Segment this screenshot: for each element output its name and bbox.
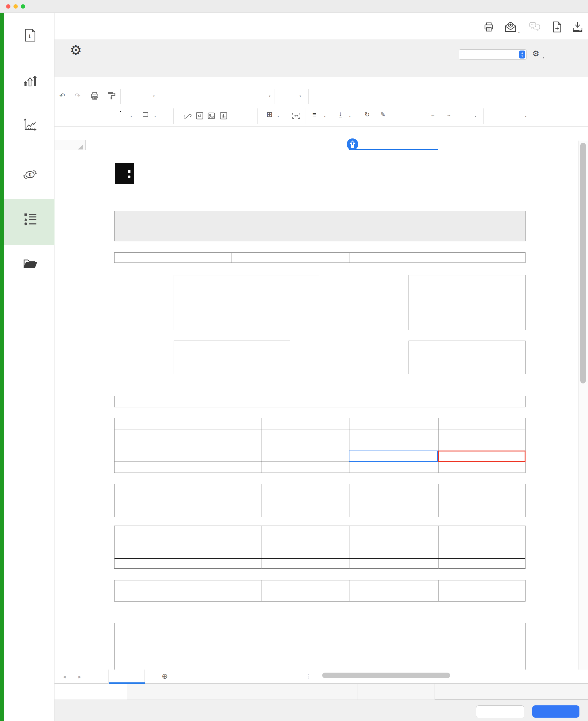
font-family-caret-icon[interactable]: ▾	[269, 94, 270, 98]
print-icon[interactable]	[90, 91, 99, 101]
add-sheet-icon[interactable]: ⊕	[162, 672, 168, 681]
font-size-caret-icon[interactable]: ▾	[299, 94, 301, 98]
increase-decimals-button[interactable]: →	[446, 112, 451, 117]
prev-sheet-icon[interactable]: ◂	[63, 674, 66, 680]
tab-piece[interactable]	[55, 684, 127, 700]
paste-options-icon[interactable]	[347, 139, 358, 150]
redo-icon[interactable]: ↷	[75, 92, 80, 100]
send-mail-caret-icon[interactable]: ▾	[518, 30, 520, 34]
printer-icon[interactable]	[483, 21, 494, 33]
folder-icon	[22, 255, 38, 271]
lot-box[interactable]	[174, 275, 319, 330]
sheet-tab-feuille-1[interactable]	[108, 670, 145, 684]
progress-table[interactable]	[114, 418, 526, 473]
comments-icon[interactable]	[529, 21, 541, 33]
horizontal-scrollbar-thumb[interactable]	[322, 673, 450, 678]
bottom-tab-bar	[55, 684, 588, 700]
borders-button[interactable]: ⊞	[267, 110, 273, 119]
progress-arrows-icon	[22, 73, 38, 89]
sidebar-green-strip	[0, 13, 4, 721]
merge-cells-button[interactable]	[292, 113, 300, 119]
text-color-button[interactable]	[120, 111, 121, 112]
svg-text:i: i	[29, 33, 30, 39]
horizontal-align-button[interactable]: ≡	[312, 111, 316, 119]
owner-box[interactable]	[408, 275, 526, 330]
line-chart-icon	[22, 117, 38, 133]
formula-input[interactable]	[58, 129, 519, 135]
fill-color-button[interactable]	[143, 112, 148, 117]
list-icon	[22, 211, 38, 227]
info-document-icon: i	[22, 27, 38, 43]
tab-primes[interactable]	[357, 684, 435, 700]
payment-header-box[interactable]	[114, 211, 526, 241]
menu-bar	[55, 77, 588, 87]
select-all-triangle-icon	[78, 145, 83, 149]
horizontal-align-caret-icon[interactable]: ▾	[324, 114, 326, 118]
vertical-scrollbar-thumb[interactable]	[580, 143, 586, 383]
insert-image-icon[interactable]	[207, 111, 216, 120]
save-button[interactable]	[532, 705, 580, 718]
euro-cycle-icon: €	[22, 167, 38, 182]
invoice-row[interactable]	[114, 252, 526, 263]
window-titlebar	[0, 0, 588, 13]
tab-scroll-grip-icon[interactable]: ⋮	[306, 673, 311, 679]
certification-block	[114, 623, 526, 670]
a-payer-table[interactable]	[114, 526, 526, 569]
decrease-decimals-button[interactable]: ←	[430, 112, 435, 117]
toolbar-row-1: ↶ ↷ ▾ ▾ ▾	[55, 87, 588, 106]
cancel-button[interactable]	[476, 705, 524, 718]
minimize-window-button[interactable]	[14, 4, 18, 8]
selected-cell-blue[interactable]	[349, 450, 438, 462]
insert-note-icon[interactable]	[195, 111, 204, 120]
text-color-caret-icon[interactable]: ▾	[130, 114, 132, 118]
insert-chart-icon[interactable]	[219, 111, 228, 120]
document-header: ▾	[55, 13, 588, 40]
template-settings-caret-icon[interactable]: ▾	[543, 56, 544, 59]
borders-caret-icon[interactable]: ▾	[277, 114, 279, 118]
select-stepper-icon: ▲ ▼	[519, 50, 525, 59]
gear-icon: ⚙	[70, 42, 82, 58]
tab-avancement[interactable]	[127, 684, 204, 700]
template-settings-gear-icon[interactable]: ⚙	[532, 49, 539, 59]
paint-format-icon[interactable]	[107, 91, 117, 101]
text-rotation-button[interactable]: ↻	[364, 111, 370, 118]
fill-color-caret-icon[interactable]: ▾	[154, 114, 156, 118]
number-format-caret-icon[interactable]: ▾	[475, 114, 476, 118]
sidebar: i €	[4, 13, 55, 721]
toolbar-row-2: ▾ ▾ ⊞ ▾ ≡ ▾ ↓ ▾ ↻ ✎ ← → ▾ ▾	[55, 106, 588, 126]
formula-bar	[55, 126, 588, 140]
page-break-line	[554, 150, 554, 670]
settings-band: ⚙ ▲ ▼ ⚙ ▾	[55, 40, 588, 77]
zoom-caret-icon[interactable]: ▾	[153, 94, 155, 98]
selected-cell-red[interactable]	[438, 450, 526, 462]
sheet-tab-bar: ◂ ▸ ⊕ ⋮	[55, 670, 588, 684]
zoom-window-button[interactable]	[21, 4, 25, 8]
next-sheet-icon[interactable]: ▸	[78, 674, 81, 680]
new-document-icon[interactable]	[551, 21, 562, 33]
tab-revision[interactable]	[204, 684, 281, 700]
text-wrap-button[interactable]: ✎	[380, 111, 385, 118]
modele-select[interactable]: ▲ ▼	[459, 49, 527, 60]
tab-actualisation[interactable]	[281, 684, 357, 700]
market-amounts-row[interactable]	[114, 396, 526, 407]
vertical-align-button[interactable]: ↓	[339, 110, 342, 118]
vertical-align-caret-icon[interactable]: ▾	[349, 114, 351, 118]
undo-icon[interactable]: ↶	[59, 92, 65, 100]
variables-caret-icon[interactable]: ▾	[525, 114, 526, 118]
import-icon[interactable]	[571, 21, 584, 33]
company-box[interactable]	[174, 341, 290, 374]
svg-text:€: €	[29, 172, 31, 177]
footer-bar	[55, 700, 588, 721]
acompte-table[interactable]	[114, 484, 526, 517]
architect-box[interactable]	[408, 341, 526, 374]
logo-mark	[115, 163, 134, 184]
retenue-table[interactable]	[114, 580, 526, 601]
insert-link-icon[interactable]	[184, 112, 192, 120]
selected-columns-underline	[349, 149, 438, 150]
close-window-button[interactable]	[6, 4, 10, 8]
send-mail-icon[interactable]	[504, 21, 517, 33]
